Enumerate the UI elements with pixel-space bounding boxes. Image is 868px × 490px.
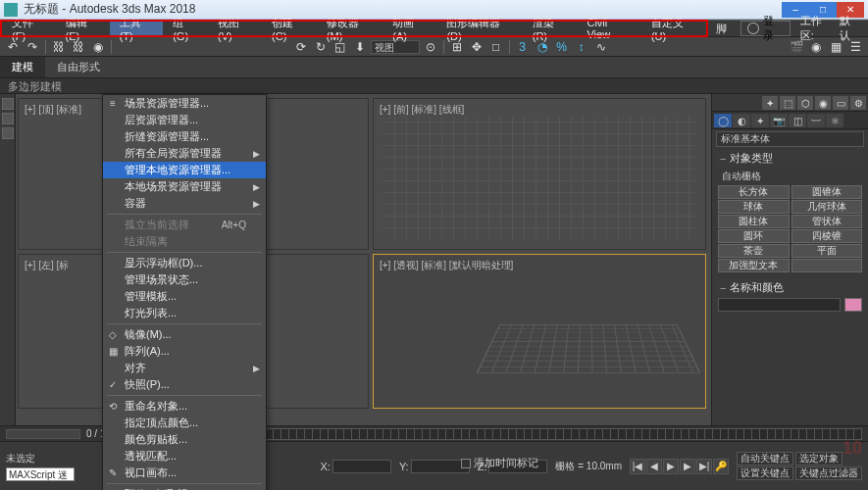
menu-edit[interactable]: 编辑(E) [56,21,110,36]
object-color-swatch[interactable] [844,298,862,312]
rollout-namecolor[interactable]: 名称和颜色 [716,280,864,295]
time-slider-handle[interactable] [6,429,80,439]
menu-scripting[interactable]: 脚 [706,21,737,36]
menu-rendering[interactable]: 渲染(R) [523,21,578,36]
cmd-tab-create[interactable]: ✦ [762,96,778,110]
gutter-btn[interactable] [2,113,14,124]
ribbon-tab-modeling[interactable]: 建模 [0,57,45,77]
primitive-button[interactable]: 长方体 [718,185,790,199]
ribbon-tab-freeform[interactable]: 自由形式 [45,57,112,77]
menu-item[interactable]: 管理本地资源管理器... [103,162,266,178]
snap3-icon[interactable]: 3 [514,39,532,55]
menu-create[interactable]: 创建(C) [262,21,317,36]
login-button[interactable]: 登录 [740,21,790,36]
maxscript-listener[interactable]: MAXScript 迷 [6,467,75,481]
curve-icon[interactable]: ∿ [592,39,610,55]
play-button[interactable]: ▶ [663,459,679,474]
primitive-button[interactable]: 四棱锥 [791,229,863,243]
menu-item[interactable]: 管理场景状态... [103,271,266,288]
menu-item[interactable]: 折缝资源管理器... [103,128,266,145]
scene-explorer-gutter [0,94,16,425]
menu-item[interactable]: 颜色剪贴板... [103,431,266,448]
menu-item[interactable]: 对齐▶ [103,360,266,376]
viewport-area: [+] [顶] [标准] [+] [前] [标准] [线框] [+] [左] [… [16,94,711,425]
menu-file[interactable]: 文件(F) [2,21,56,36]
cmd-tab-modify[interactable]: ⬚ [780,96,795,110]
menu-item[interactable]: 灯光列表... [103,305,266,321]
viewport-perspective[interactable]: [+] [透视] [标准] [默认明暗处理] [373,254,706,409]
key-filter[interactable]: 关键点过滤器 [795,466,862,480]
menu-item[interactable]: 指定顶点颜色... [103,415,266,431]
menu-item[interactable]: 管理模板... [103,288,266,305]
menu-item[interactable]: ✓快照(P)... [103,376,266,393]
menu-item[interactable]: 显示浮动框(D)... [103,255,266,271]
primitive-button[interactable]: 几何球体 [791,200,863,214]
sel-filter[interactable]: 选定对象 [795,452,842,466]
viewport-front[interactable]: [+] [前] [标准] [线框] [373,98,706,250]
menu-grapheditors[interactable]: 图形编辑器(D) [436,21,522,36]
primitive-button[interactable]: 平面 [791,244,863,258]
coord-x-input[interactable] [332,460,391,473]
primitive-button[interactable]: 加强型文本 [718,259,790,272]
main-menu: 文件(F) 编辑(E) 工具(T) 组(G) 视图(V) 创建(C) 修改器(M… [0,20,868,37]
menu-item[interactable]: 容器▶ [103,195,266,212]
menu-item[interactable]: 预览 - 抓取视口▶ [103,486,266,490]
menu-item[interactable]: 所有全局资源管理器▶ [103,145,266,162]
selection-status: 未选定 [6,452,75,466]
subcat-cameras[interactable]: 📷 [770,114,788,127]
primitive-button[interactable]: 茶壶 [718,244,790,258]
rollout-objtype[interactable]: 对象类型 [716,151,864,166]
menu-item[interactable]: 层资源管理器... [103,112,266,128]
menu-item[interactable]: ≡场景资源管理器... [103,95,266,112]
primitive-button[interactable]: 管状体 [791,215,863,228]
subcat-geometry[interactable]: ◯ [714,114,732,127]
primitive-button[interactable]: 圆锥体 [791,185,863,199]
menu-item[interactable]: ▦阵列(A)... [103,343,266,360]
gutter-btn[interactable] [2,127,14,139]
next-frame-button[interactable]: ▶ [680,459,695,474]
primitive-button[interactable]: 圆环 [718,229,790,243]
menu-item[interactable]: 本地场景资源管理器▶ [103,178,266,195]
menu-animation[interactable]: 动画(A) [383,21,436,36]
cmd-tab-motion[interactable]: ◉ [815,96,831,110]
workspace-value[interactable]: 默认 [840,14,860,43]
add-timetag[interactable]: 添加时间标记 [461,456,538,470]
cmd-tab-display[interactable]: ▭ [833,96,848,110]
primitive-button[interactable]: 圆柱体 [718,215,790,228]
subcat-lights[interactable]: ✦ [751,114,769,127]
primitive-button[interactable]: 球体 [718,200,790,214]
command-panel: ✦ ⬚ ⬡ ◉ ▭ ⚙ ◯ ◐ ✦ 📷 ◫ 〰 ⚛ 标准基本体 对象类型 自动栅… [711,94,868,425]
menu-group[interactable]: 组(G) [163,21,208,36]
subcat-space[interactable]: 〰 [807,114,825,127]
menu-item[interactable]: 透视匹配... [103,448,266,465]
subcat-shapes[interactable]: ◐ [733,114,750,127]
coord-x: X: [320,460,390,473]
spinnersnap-icon[interactable]: ↕ [573,39,590,55]
menu-customize[interactable]: 自定义(U) [641,21,706,36]
primitive-category[interactable]: 标准基本体 [716,131,864,147]
coord-y: Y: [399,460,470,473]
menu-tools[interactable]: 工具(T) [110,21,164,36]
autogrid-check[interactable]: 自动栅格 [718,169,862,184]
primitive-button [791,259,863,272]
subcat-sys[interactable]: ⚛ [826,114,843,127]
menu-views[interactable]: 视图(V) [208,21,262,36]
menu-item: 孤立当前选择Alt+Q [103,217,266,233]
menu-civilview[interactable]: Civil View [577,21,641,36]
gutter-btn[interactable] [2,98,14,110]
prev-frame-button[interactable]: ◀ [646,459,662,474]
menu-item[interactable]: ⟲重命名对象... [103,398,266,415]
setkey-button[interactable]: 设置关键点 [737,466,793,480]
cmd-tab-util[interactable]: ⚙ [850,96,866,110]
refcoord-dropdown[interactable]: 视图 [371,40,420,54]
menu-item[interactable]: ✎视口画布... [103,465,266,481]
menu-item[interactable]: ◇镜像(M)... [103,326,266,343]
subcat-helpers[interactable]: ◫ [789,114,806,127]
goto-end-button[interactable]: ▶| [696,459,712,474]
menu-modifiers[interactable]: 修改器(M) [317,21,383,36]
key-mode-button[interactable]: 🔑 [713,459,729,474]
goto-start-button[interactable]: |◀ [630,459,645,474]
cmd-tab-hierarchy[interactable]: ⬡ [797,96,813,110]
autokey-button[interactable]: 自动关键点 [737,452,793,466]
object-name-input[interactable] [718,298,841,312]
